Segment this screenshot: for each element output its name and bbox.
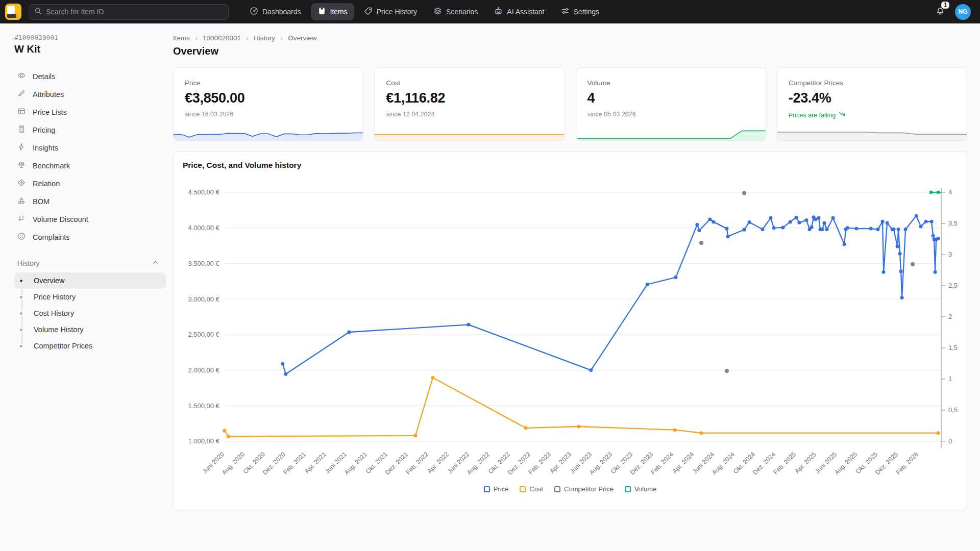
history-item-competitor-prices[interactable]: Competitor Prices [14, 338, 166, 354]
eye-icon [17, 71, 26, 81]
history-item-volume-history[interactable]: Volume History [14, 321, 166, 338]
user-avatar[interactable]: NG [955, 4, 971, 20]
nav-item-items[interactable]: Items [311, 3, 354, 20]
data-point-cost [673, 428, 676, 432]
nav-item-scenarios[interactable]: Scenarios [427, 3, 484, 20]
data-point-cost [413, 434, 417, 437]
nav-item-label: Items [330, 8, 348, 16]
sidebar-item-label: Pricing [33, 126, 55, 134]
breadcrumb-item[interactable]: Items [173, 34, 190, 42]
bolt-icon [17, 143, 26, 153]
x-axis-tick: Feb. 2025 [772, 450, 798, 476]
card-caption: since 05.03.2026 [587, 111, 754, 118]
card-caption-text: since 12.04.2024 [386, 111, 434, 118]
legend-swatch [554, 486, 560, 492]
history-item-cost-history[interactable]: Cost History [14, 305, 166, 321]
x-axis-tick: Feb. 2022 [404, 450, 430, 476]
sidebar-item-volume-discount[interactable]: Volume Discount [14, 210, 166, 228]
data-point-cost [524, 426, 527, 430]
data-point-competitor-price [742, 191, 746, 195]
app-logo[interactable] [5, 4, 21, 20]
data-point-price [831, 216, 835, 220]
data-point-volume [937, 191, 940, 194]
sidebar-item-relation[interactable]: Relation [14, 174, 166, 192]
sidebar-item-label: Relation [33, 180, 60, 188]
data-point-price [726, 235, 729, 238]
volume-discount-icon [17, 214, 26, 224]
data-point-price [347, 331, 351, 334]
card-caption-text: Prices are falling [789, 112, 836, 119]
sidebar-item-insights[interactable]: Insights [14, 139, 166, 157]
stat-card-price: Price€3,850.00since 16.03.2026 [173, 67, 363, 141]
legend-label: Volume [634, 485, 656, 493]
data-point-cost [700, 431, 703, 435]
data-point-price [919, 224, 923, 228]
legend-swatch [520, 486, 526, 492]
data-point-price [712, 220, 715, 223]
sidebar-item-attributes[interactable]: Attributes [14, 85, 166, 103]
sidebar-item-label: Attributes [33, 90, 64, 98]
data-point-price [897, 228, 900, 231]
item-section-nav: DetailsAttributesPrice ListsPricingInsig… [14, 67, 166, 246]
chart-legend: PriceCostCompetitor PriceVolume [183, 485, 958, 493]
nav-item-price-history[interactable]: Price History [357, 3, 424, 20]
sidebar-item-price-lists[interactable]: Price Lists [14, 103, 166, 121]
y-axis-right-tick: 3 [948, 251, 952, 258]
y-axis-right-tick: 2,5 [948, 282, 958, 289]
search-input[interactable] [46, 8, 223, 16]
sidebar-item-complaints[interactable]: Complaints [14, 228, 166, 246]
layers-icon [433, 7, 442, 17]
data-point-price [795, 216, 798, 219]
y-axis-left-tick: 1.500,00 € [188, 402, 220, 410]
chevron-up-icon [152, 259, 159, 267]
data-point-competitor-price [699, 241, 703, 245]
data-point-volume [929, 191, 933, 194]
items-icon [317, 7, 326, 17]
data-point-price [898, 252, 902, 255]
data-point-price [932, 234, 935, 238]
legend-item-cost[interactable]: Cost [520, 485, 543, 493]
card-caption-text: since 05.03.2026 [587, 111, 636, 118]
legend-item-price[interactable]: Price [484, 485, 509, 493]
history-item-overview[interactable]: Overview [14, 272, 166, 289]
legend-item-competitor-price[interactable]: Competitor Price [554, 485, 614, 493]
y-axis-right-tick: 4 [948, 188, 952, 196]
sidebar-item-pricing[interactable]: Pricing [14, 121, 166, 139]
data-point-price [761, 228, 765, 231]
page-title: Overview [173, 45, 967, 57]
breadcrumb-item[interactable]: Overview [288, 34, 316, 42]
nav-item-settings[interactable]: Settings [554, 3, 606, 20]
item-search[interactable] [29, 4, 229, 20]
timeline-dot [19, 279, 23, 283]
data-point-competitor-price [725, 369, 729, 373]
card-caption: Prices are falling [789, 111, 955, 119]
history-item-price-history[interactable]: Price History [14, 289, 166, 305]
breadcrumb: Items›1000020001›History›Overview [173, 34, 967, 42]
data-point-price [814, 218, 818, 221]
data-point-price [725, 227, 729, 231]
card-sparkline [576, 128, 766, 140]
x-axis-tick: Feb. 2023 [527, 450, 552, 476]
history-section-toggle[interactable]: History [17, 259, 159, 267]
table-icon [17, 107, 26, 117]
data-point-cost [227, 435, 230, 438]
sidebar-item-benchmark[interactable]: Benchmark [14, 157, 166, 174]
calculator-icon [17, 125, 26, 135]
notifications-button[interactable]: 1 [936, 6, 945, 17]
app-logo-shape [7, 14, 16, 18]
x-axis-tick: Feb. 2024 [650, 450, 675, 476]
legend-item-volume[interactable]: Volume [625, 485, 656, 493]
card-caption: since 16.03.2026 [185, 111, 352, 118]
breadcrumb-item[interactable]: 1000020001 [203, 34, 241, 42]
timeline-dot [19, 328, 23, 332]
sidebar-item-bom[interactable]: BOM [14, 192, 166, 210]
bell-icon [936, 8, 945, 17]
card-label: Price [185, 79, 352, 87]
gauge-icon [250, 7, 258, 17]
nav-item-ai-assistant[interactable]: AI Assistant [487, 3, 551, 20]
breadcrumb-item[interactable]: History [254, 34, 275, 42]
data-point-price [930, 220, 934, 223]
data-point-price [825, 228, 829, 231]
sidebar-item-details[interactable]: Details [14, 67, 166, 85]
nav-item-dashboards[interactable]: Dashboards [243, 3, 308, 20]
